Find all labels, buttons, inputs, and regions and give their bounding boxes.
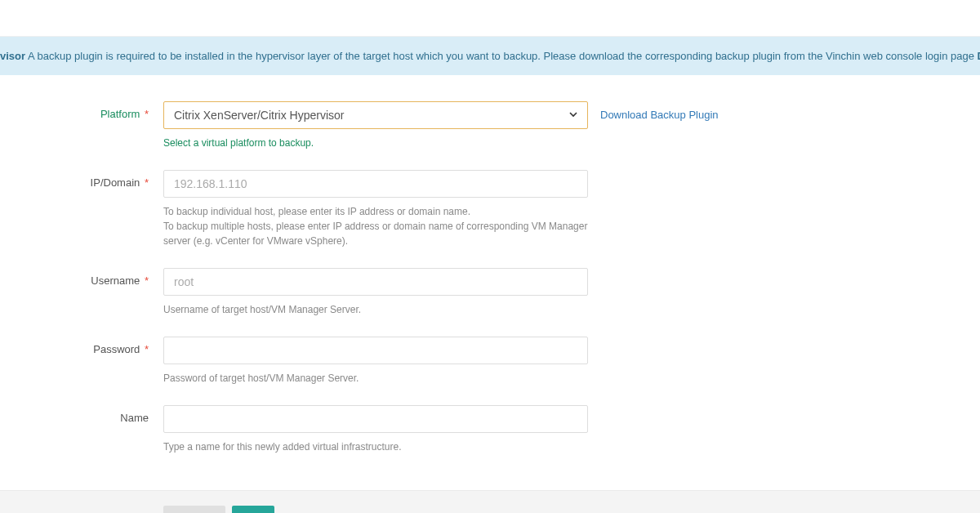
ok-button[interactable]: OK	[232, 506, 274, 513]
label-username: Username *	[33, 268, 163, 287]
required-mark: *	[145, 274, 149, 287]
label-ip: IP/Domain *	[33, 170, 163, 189]
cancel-button[interactable]: Cancel	[163, 506, 225, 513]
alert-text: A backup plugin is required to be instal…	[25, 50, 977, 62]
chevron-down-icon	[569, 109, 577, 121]
footer-section: Cancel OK	[0, 490, 980, 513]
username-input[interactable]	[163, 268, 588, 296]
row-password: Password * Password of target host/VM Ma…	[33, 337, 947, 386]
ip-help-2: To backup multiple hosts, please enter I…	[163, 219, 588, 248]
form-section: Platform * Citrix XenServer/Citrix Hyper…	[0, 75, 980, 490]
alert-banner: visor A backup plugin is required to be …	[0, 37, 980, 75]
ip-help-1: To backup individual host, please enter …	[163, 204, 588, 219]
row-platform: Platform * Citrix XenServer/Citrix Hyper…	[33, 101, 947, 150]
platform-select[interactable]: Citrix XenServer/Citrix Hypervisor	[163, 101, 588, 129]
username-help: Username of target host/VM Manager Serve…	[163, 302, 588, 317]
row-username: Username * Username of target host/VM Ma…	[33, 268, 947, 317]
row-ip: IP/Domain * To backup individual host, p…	[33, 170, 947, 248]
name-input[interactable]	[163, 405, 588, 433]
name-help: Type a name for this newly added virtual…	[163, 439, 588, 454]
required-mark: *	[145, 108, 149, 120]
platform-select-value: Citrix XenServer/Citrix Hypervisor	[174, 109, 344, 122]
label-name: Name	[33, 405, 163, 424]
download-plugin-link[interactable]: Download Backup Plugin	[600, 109, 719, 121]
required-mark: *	[145, 176, 149, 189]
platform-help: Select a virtual platform to backup.	[163, 136, 588, 150]
password-help: Password of target host/VM Manager Serve…	[163, 371, 588, 386]
label-platform: Platform *	[33, 101, 163, 120]
alert-prefix-bold: visor	[0, 50, 25, 62]
required-mark: *	[145, 343, 149, 355]
ip-input[interactable]	[163, 170, 588, 198]
label-password: Password *	[33, 337, 163, 355]
alert-suffix-bold: Do	[978, 50, 980, 62]
row-name: Name Type a name for this newly added vi…	[33, 405, 947, 454]
top-spacer	[0, 0, 980, 37]
password-input[interactable]	[163, 337, 588, 364]
